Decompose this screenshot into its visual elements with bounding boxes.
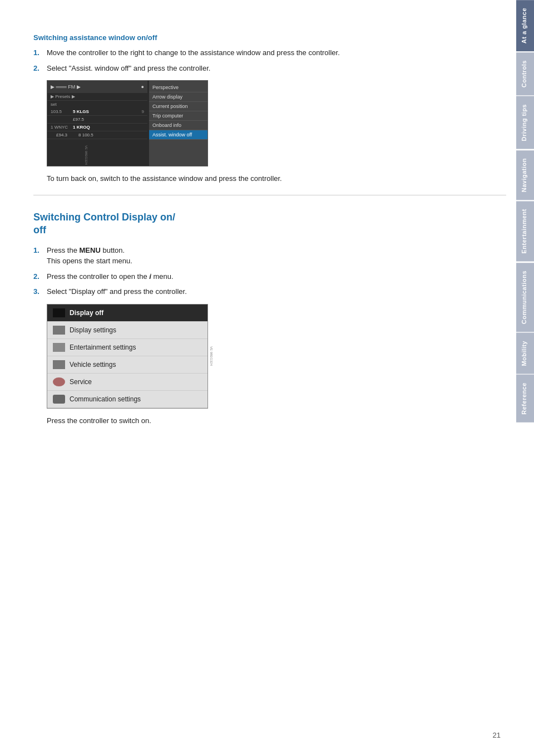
step1-text: Move the controller to the right to chan… bbox=[47, 47, 506, 58]
nav-row1-freq: 103.5 bbox=[51, 109, 73, 114]
menu-icon-display-settings bbox=[53, 326, 65, 335]
section2-after-text: Press the controller to switch on. bbox=[47, 415, 506, 427]
nav-row4-freq: £94.3 bbox=[56, 132, 67, 138]
nav-menu-item-5: Assist. window off bbox=[149, 130, 207, 140]
step2-1-text: Press the MENU button.This opens the sta… bbox=[47, 245, 506, 267]
sidebar-tab-navigation[interactable]: Navigation bbox=[516, 150, 534, 200]
step2-2-number: 2. bbox=[33, 271, 44, 282]
sidebar-tab-driving-tips[interactable]: Driving tips bbox=[516, 96, 534, 149]
nav-row1: 103.5 5 KLGS 9 bbox=[47, 108, 147, 116]
nav-menu-list: Perspective Arrow display Current positi… bbox=[149, 81, 207, 166]
menu-bold: MENU bbox=[80, 246, 101, 254]
menu-label-service: Service bbox=[70, 378, 92, 386]
i-italic: i bbox=[149, 272, 151, 281]
sidebar-tab-at-a-glance[interactable]: At a glance bbox=[516, 0, 534, 51]
sidebar-tab-mobility[interactable]: Mobility bbox=[516, 333, 534, 374]
nav-display-image: ▶ ═══ FM ▶ ● ▶ Presets ▶ set 103.5 5 KLG… bbox=[47, 80, 208, 166]
step2-1-number: 1. bbox=[33, 245, 44, 256]
step1-number: 1. bbox=[33, 47, 44, 58]
step2-2-text: Press the controller to open the i menu. bbox=[47, 271, 506, 282]
sidebar-tab-entertainment[interactable]: Entertainment bbox=[516, 201, 534, 261]
nav-menu-item-1: Arrow display bbox=[149, 92, 207, 102]
nav-row1-num: 9 bbox=[142, 109, 144, 114]
step2-number: 2. bbox=[33, 63, 44, 74]
nav-row2-freq: £97.5 bbox=[73, 117, 84, 122]
section2-steps: 1. Press the MENU button.This opens the … bbox=[33, 245, 506, 297]
menu-display-wrapper: Display off Display settings Entertainme… bbox=[33, 304, 203, 409]
section2-step3: 3. Select "Display off" and press the co… bbox=[33, 286, 506, 297]
nav-menu-item-0: Perspective bbox=[149, 83, 207, 92]
menu-icon-service bbox=[53, 377, 65, 386]
nav-row3-label: 1 WNYC bbox=[51, 125, 73, 130]
sidebar: At a glance Controls Driving tips Naviga… bbox=[513, 0, 534, 756]
menu-item-display-settings: Display settings bbox=[47, 322, 207, 339]
section1-step2: 2. Select "Assist. window off" and press… bbox=[33, 63, 506, 74]
menu-item-communication-settings: Communication settings bbox=[47, 391, 207, 408]
section1-after-text: To turn back on, switch to the assistanc… bbox=[47, 173, 506, 185]
menu-item-service: Service bbox=[47, 374, 207, 391]
nav-row4: £94.3 8 100.5 bbox=[47, 131, 147, 139]
nav-row3: 1 WNYC 1 KROQ bbox=[47, 124, 147, 131]
menu-icon-vehicle-settings bbox=[53, 360, 65, 369]
menu-label-display-off: Display off bbox=[70, 309, 103, 317]
section1-title: Switching assistance window on/off bbox=[33, 33, 506, 42]
nav-set-row: set bbox=[47, 101, 147, 108]
nav-menu-item-4: Onboard info bbox=[149, 121, 207, 130]
menu-vert-label: VE 98EG324 bbox=[210, 304, 213, 409]
main-content: Switching assistance window on/off 1. Mo… bbox=[33, 0, 506, 465]
menu-item-display-off: Display off bbox=[47, 305, 207, 322]
nav-dot: ● bbox=[141, 84, 144, 90]
sidebar-tab-reference[interactable]: Reference bbox=[516, 375, 534, 423]
menu-icon-communication-settings bbox=[53, 395, 65, 404]
menu-item-vehicle-settings: Vehicle settings bbox=[47, 356, 207, 374]
nav-row3-station: 1 KROQ bbox=[73, 125, 90, 130]
menu-item-entertainment-settings: Entertainment settings bbox=[47, 339, 207, 356]
step2-3-number: 3. bbox=[33, 286, 44, 297]
nav-presets: ▶ Presets ▶ bbox=[47, 93, 147, 101]
nav-fm-label: ▶ ═══ FM ▶ bbox=[51, 84, 81, 90]
menu-label-display-settings: Display settings bbox=[70, 326, 116, 334]
page-number: 21 bbox=[493, 731, 501, 739]
nav-vert-label: VE 98EG324 bbox=[83, 144, 89, 166]
section2-title: Switching Control Display on/off bbox=[33, 211, 506, 237]
menu-icon-entertainment-settings bbox=[53, 343, 65, 352]
divider bbox=[33, 195, 506, 195]
step2-3-text: Select "Display off" and press the contr… bbox=[47, 286, 506, 297]
menu-label-entertainment-settings: Entertainment settings bbox=[70, 343, 136, 351]
menu-display-image: Display off Display settings Entertainme… bbox=[47, 304, 208, 409]
section2-step2: 2. Press the controller to open the i me… bbox=[33, 271, 506, 282]
nav-left-panel: ▶ ═══ FM ▶ ● ▶ Presets ▶ set 103.5 5 KLG… bbox=[47, 81, 147, 166]
section1-steps: 1. Move the controller to the right to c… bbox=[33, 47, 506, 73]
nav-row2: £97.5 bbox=[47, 116, 147, 124]
menu-icon-display-off bbox=[53, 308, 65, 317]
nav-set-label: set bbox=[51, 102, 57, 107]
nav-menu-item-2: Current position bbox=[149, 102, 207, 111]
sidebar-tab-controls[interactable]: Controls bbox=[516, 52, 534, 95]
section1-step1: 1. Move the controller to the right to c… bbox=[33, 47, 506, 58]
nav-row1-station: 5 KLGS bbox=[73, 109, 89, 114]
menu-label-vehicle-settings: Vehicle settings bbox=[70, 361, 116, 369]
step2-text: Select "Assist. window off" and press th… bbox=[47, 63, 506, 74]
menu-label-communication-settings: Communication settings bbox=[70, 395, 141, 403]
nav-menu-item-3: Trip computer bbox=[149, 111, 207, 121]
nav-top-bar: ▶ ═══ FM ▶ ● bbox=[47, 81, 147, 93]
section2-step1: 1. Press the MENU button.This opens the … bbox=[33, 245, 506, 267]
nav-row4-freq2: 8 100.5 bbox=[78, 132, 93, 138]
sidebar-tab-communications[interactable]: Communications bbox=[516, 263, 534, 332]
